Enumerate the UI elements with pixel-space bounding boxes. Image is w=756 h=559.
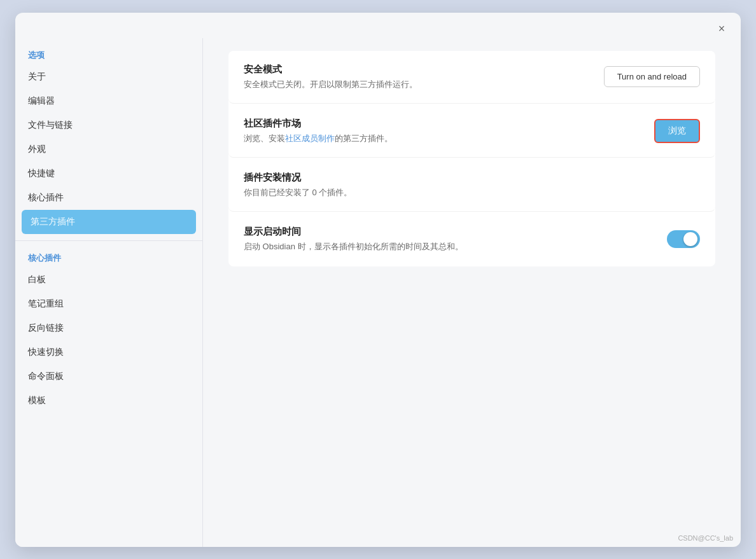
turn-on-reload-button[interactable]: Turn on and reload [604,66,700,87]
options-section-label: 选项 [15,45,202,65]
toggle-slider [667,230,700,248]
dialog-body: 选项 关于 编辑器 文件与链接 外观 快捷键 核心插件 第三方插件 [15,38,741,547]
installed-plugins-title: 插件安装情况 [244,172,352,184]
core-plugins-section-label: 核心插件 [15,247,202,268]
sidebar-item-quick-switcher[interactable]: 快速切换 [15,340,202,364]
installed-plugins-text: 插件安装情况 你目前已经安装了 0 个插件。 [244,172,352,198]
startup-time-title: 显示启动时间 [244,226,463,238]
safe-mode-section: 安全模式 安全模式已关闭。开启以限制第三方插件运行。 Turn on and r… [228,51,715,104]
sidebar-item-hotkeys[interactable]: 快捷键 [15,162,202,186]
startup-time-section: 显示启动时间 启动 Obsidian 时，显示各插件初始化所需的时间及其总和。 [228,213,715,265]
community-link[interactable]: 社区成员制作 [285,134,335,143]
dialog-header: × [15,13,741,38]
sidebar: 选项 关于 编辑器 文件与链接 外观 快捷键 核心插件 第三方插件 [15,38,203,547]
installed-plugins-section: 插件安装情况 你目前已经安装了 0 个插件。 [228,159,715,212]
sidebar-divider [15,240,202,241]
watermark: CSDN@CC's_lab [678,534,733,542]
settings-dialog: × 选项 关于 编辑器 文件与链接 外观 快捷键 核心插件 [15,13,741,547]
close-button[interactable]: × [713,20,731,38]
sidebar-item-templates[interactable]: 模板 [15,389,202,413]
sidebar-item-note-composer[interactable]: 笔记重组 [15,292,202,316]
sidebar-item-about[interactable]: 关于 [15,65,202,89]
sidebar-item-appearance[interactable]: 外观 [15,137,202,162]
sidebar-item-command-palette[interactable]: 命令面板 [15,364,202,389]
browse-button[interactable]: 浏览 [654,119,700,143]
safe-mode-description: 安全模式已关闭。开启以限制第三方插件运行。 [244,79,417,90]
community-plugins-text: 社区插件市场 浏览、安装社区成员制作的第三方插件。 [244,118,393,144]
startup-time-toggle[interactable] [667,230,700,248]
main-content: 安全模式 安全模式已关闭。开启以限制第三方插件运行。 Turn on and r… [203,38,741,547]
sidebar-item-editor[interactable]: 编辑器 [15,89,202,113]
sidebar-item-whiteboard[interactable]: 白板 [15,268,202,292]
sidebar-item-third-party[interactable]: 第三方插件 [22,210,196,234]
safe-mode-title: 安全模式 [244,64,417,76]
sections-wrapper: 安全模式 安全模式已关闭。开启以限制第三方插件运行。 Turn on and r… [228,51,715,266]
startup-time-description: 启动 Obsidian 时，显示各插件初始化所需的时间及其总和。 [244,241,463,252]
community-plugins-title: 社区插件市场 [244,118,393,130]
safe-mode-text: 安全模式 安全模式已关闭。开启以限制第三方插件运行。 [244,64,417,90]
community-plugins-section: 社区插件市场 浏览、安装社区成员制作的第三方插件。 浏览 [228,105,715,158]
startup-time-text: 显示启动时间 启动 Obsidian 时，显示各插件初始化所需的时间及其总和。 [244,226,463,252]
sidebar-item-files[interactable]: 文件与链接 [15,113,202,137]
sidebar-item-core-plugins[interactable]: 核心插件 [15,186,202,210]
community-plugins-description: 浏览、安装社区成员制作的第三方插件。 [244,133,393,144]
sidebar-item-backlinks[interactable]: 反向链接 [15,316,202,340]
installed-plugins-description: 你目前已经安装了 0 个插件。 [244,187,352,198]
